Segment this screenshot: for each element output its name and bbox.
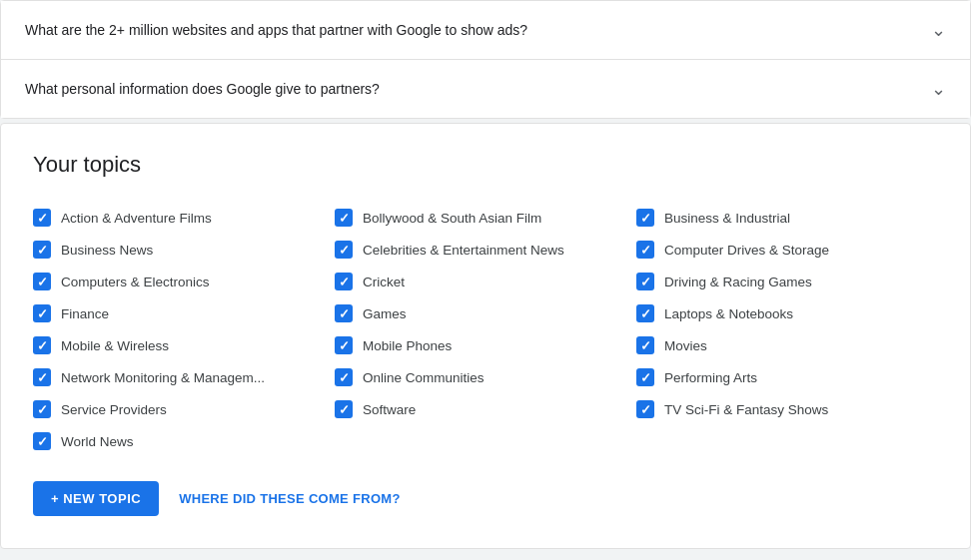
- topic-item[interactable]: ✓Movies: [636, 329, 938, 361]
- topic-checkbox[interactable]: ✓: [335, 336, 353, 354]
- topic-item[interactable]: ✓Laptops & Notebooks: [636, 297, 938, 329]
- checkmark-icon: ✓: [37, 339, 48, 352]
- topic-checkbox[interactable]: ✓: [33, 432, 51, 450]
- checkmark-icon: ✓: [339, 212, 350, 225]
- topic-item[interactable]: ✓Finance: [33, 297, 335, 329]
- checkmark-icon: ✓: [640, 244, 651, 257]
- chevron-down-icon-2: ⌄: [931, 78, 946, 100]
- topic-label: Software: [363, 402, 416, 417]
- topic-item[interactable]: ✓Mobile Phones: [335, 329, 636, 361]
- topic-checkbox[interactable]: ✓: [636, 336, 654, 354]
- topic-item[interactable]: ✓Software: [335, 393, 636, 425]
- topic-label: Cricket: [363, 275, 405, 289]
- topic-checkbox[interactable]: ✓: [33, 400, 51, 418]
- topic-item[interactable]: ✓Performing Arts: [636, 361, 938, 393]
- topic-label: Mobile & Wireless: [61, 338, 169, 353]
- topic-checkbox[interactable]: ✓: [335, 209, 353, 227]
- topic-checkbox[interactable]: ✓: [33, 241, 51, 259]
- checkmark-icon: ✓: [339, 371, 350, 384]
- topic-checkbox[interactable]: ✓: [636, 241, 654, 259]
- topics-title: Your topics: [33, 152, 938, 178]
- topic-item[interactable]: ✓Cricket: [335, 266, 636, 297]
- topic-label: Celebrities & Entertainment News: [363, 243, 564, 258]
- topic-label: Bollywood & South Asian Film: [363, 211, 541, 226]
- checkmark-icon: ✓: [37, 244, 48, 257]
- checkmark-icon: ✓: [37, 403, 48, 416]
- checkmark-icon: ✓: [37, 371, 48, 384]
- topic-checkbox[interactable]: ✓: [33, 273, 51, 290]
- topic-item[interactable]: ✓Celebrities & Entertainment News: [335, 234, 636, 266]
- topic-item[interactable]: ✓Online Communities: [335, 361, 636, 393]
- checkmark-icon: ✓: [640, 212, 651, 225]
- new-topic-button[interactable]: + NEW TOPIC: [33, 481, 159, 516]
- topic-checkbox[interactable]: ✓: [335, 400, 353, 418]
- topics-grid: ✓Action & Adventure Films✓Business News✓…: [33, 202, 938, 457]
- topics-col-3: ✓Business & Industrial✓Computer Drives &…: [636, 202, 938, 457]
- topic-checkbox[interactable]: ✓: [33, 209, 51, 227]
- topic-item[interactable]: ✓Mobile & Wireless: [33, 329, 335, 361]
- topic-checkbox[interactable]: ✓: [636, 209, 654, 227]
- topic-item[interactable]: ✓Computer Drives & Storage: [636, 234, 938, 266]
- topic-label: World News: [61, 434, 134, 449]
- topic-checkbox[interactable]: ✓: [636, 368, 654, 386]
- topic-label: Performing Arts: [664, 370, 757, 385]
- topic-item[interactable]: ✓Network Monitoring & Managem...: [33, 361, 335, 393]
- topic-label: Service Providers: [61, 402, 167, 417]
- topic-label: TV Sci-Fi & Fantasy Shows: [664, 402, 828, 417]
- where-from-link[interactable]: WHERE DID THESE COME FROM?: [179, 491, 401, 506]
- checkmark-icon: ✓: [339, 307, 350, 320]
- topic-item[interactable]: ✓Business & Industrial: [636, 202, 938, 234]
- topics-col-2: ✓Bollywood & South Asian Film✓Celebritie…: [335, 202, 636, 457]
- topic-checkbox[interactable]: ✓: [33, 304, 51, 322]
- topic-checkbox[interactable]: ✓: [636, 400, 654, 418]
- topic-label: Mobile Phones: [363, 338, 452, 353]
- topic-item[interactable]: ✓TV Sci-Fi & Fantasy Shows: [636, 393, 938, 425]
- topic-label: Online Communities: [363, 370, 485, 385]
- topic-checkbox[interactable]: ✓: [33, 368, 51, 386]
- topic-label: Business News: [61, 243, 153, 258]
- checkmark-icon: ✓: [339, 403, 350, 416]
- topics-col-1: ✓Action & Adventure Films✓Business News✓…: [33, 202, 335, 457]
- actions-row: + NEW TOPIC WHERE DID THESE COME FROM?: [33, 481, 938, 516]
- topic-label: Laptops & Notebooks: [664, 306, 793, 321]
- faq-question-2: What personal information does Google gi…: [25, 81, 380, 97]
- topic-item[interactable]: ✓Games: [335, 297, 636, 329]
- topic-label: Action & Adventure Films: [61, 211, 212, 226]
- topic-item[interactable]: ✓Driving & Racing Games: [636, 266, 938, 297]
- topic-label: Finance: [61, 306, 109, 321]
- topic-checkbox[interactable]: ✓: [335, 304, 353, 322]
- topic-checkbox[interactable]: ✓: [33, 336, 51, 354]
- chevron-down-icon-1: ⌄: [931, 19, 946, 41]
- topic-label: Business & Industrial: [664, 211, 790, 226]
- topic-checkbox[interactable]: ✓: [636, 273, 654, 290]
- topic-checkbox[interactable]: ✓: [636, 304, 654, 322]
- topics-card: Your topics ✓Action & Adventure Films✓Bu…: [0, 123, 971, 549]
- topic-item[interactable]: ✓Service Providers: [33, 393, 335, 425]
- checkmark-icon: ✓: [339, 244, 350, 257]
- topic-item[interactable]: ✓Bollywood & South Asian Film: [335, 202, 636, 234]
- topic-item[interactable]: ✓World News: [33, 425, 335, 457]
- checkmark-icon: ✓: [640, 403, 651, 416]
- checkmark-icon: ✓: [640, 339, 651, 352]
- topic-label: Computer Drives & Storage: [664, 243, 829, 258]
- topic-item[interactable]: ✓Computers & Electronics: [33, 266, 335, 297]
- checkmark-icon: ✓: [640, 276, 651, 288]
- topic-label: Movies: [664, 338, 707, 353]
- page-wrapper: What are the 2+ million websites and app…: [0, 0, 971, 549]
- topic-checkbox[interactable]: ✓: [335, 368, 353, 386]
- faq-item-2[interactable]: What personal information does Google gi…: [1, 60, 970, 118]
- topic-item[interactable]: ✓Business News: [33, 234, 335, 266]
- topic-checkbox[interactable]: ✓: [335, 241, 353, 259]
- topic-checkbox[interactable]: ✓: [335, 273, 353, 290]
- checkmark-icon: ✓: [37, 212, 48, 225]
- checkmark-icon: ✓: [37, 276, 48, 288]
- faq-question-1: What are the 2+ million websites and app…: [25, 22, 527, 38]
- faq-item-1[interactable]: What are the 2+ million websites and app…: [1, 1, 970, 60]
- topic-item[interactable]: ✓Action & Adventure Films: [33, 202, 335, 234]
- topic-label: Driving & Racing Games: [664, 275, 812, 289]
- topic-label: Games: [363, 306, 407, 321]
- checkmark-icon: ✓: [640, 371, 651, 384]
- checkmark-icon: ✓: [640, 307, 651, 320]
- checkmark-icon: ✓: [339, 276, 350, 288]
- checkmark-icon: ✓: [37, 435, 48, 448]
